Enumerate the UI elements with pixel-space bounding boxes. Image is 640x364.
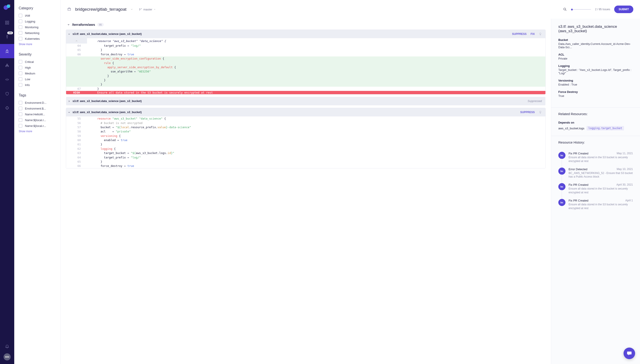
history-item[interactable]: bcError DetectedMay 10, 2021BC_AWS_NETWO… [558, 165, 633, 181]
issue-title: s3.tf: aws_s3_bucket.data_science (aws_s… [73, 111, 518, 114]
checkbox[interactable] [19, 66, 22, 69]
checkbox[interactable] [19, 31, 22, 35]
issue-header[interactable]: s3.tf: aws_s3_bucket.data_science (aws_s… [66, 108, 545, 116]
nav-integrations[interactable] [0, 101, 14, 115]
code-line: } [66, 74, 545, 78]
severity-badge: HIGH [66, 91, 87, 94]
history-date: May 11, 2021 [617, 152, 633, 155]
checkbox[interactable] [19, 20, 22, 23]
code-line: 64 target_prefix = "log/" [66, 44, 545, 48]
filter-item[interactable]: Environment:$... [19, 107, 56, 110]
nav-notifications[interactable] [0, 342, 14, 351]
checkbox[interactable] [19, 107, 22, 110]
checkbox[interactable] [19, 124, 22, 128]
user-avatar[interactable]: MM [4, 353, 11, 360]
checkbox[interactable] [19, 37, 22, 40]
history-icon: bc [558, 199, 565, 206]
filter-item[interactable]: IAM [19, 14, 56, 17]
show-more-tags[interactable]: Show more [19, 130, 56, 133]
chat-button[interactable] [623, 348, 635, 359]
issue-header[interactable]: s3.tf: aws_s3_bucket.data_science (aws_s… [66, 97, 545, 105]
filter-item[interactable]: Name:HelloW... [19, 112, 56, 116]
filter-item[interactable]: Info [19, 83, 56, 87]
history-date: May 10, 2021 [617, 168, 633, 171]
code-line: 55resource "aws_s3_bucket" "data_science… [66, 116, 545, 121]
show-more-category[interactable]: Show more [19, 43, 56, 46]
lightbulb-icon[interactable] [539, 32, 542, 36]
repo-dropdown[interactable] [130, 8, 133, 11]
filter-item[interactable]: Low [19, 77, 56, 81]
svg-rect-8 [6, 66, 7, 67]
meta-label: Bucket [558, 38, 633, 42]
history-item[interactable]: bcFix PR CreatedApril 1Ensure all data s… [558, 197, 633, 212]
nav-projects[interactable] [0, 44, 14, 58]
svg-rect-5 [6, 23, 7, 24]
meta-value: Private [558, 57, 633, 60]
fix-button[interactable]: FIX [531, 32, 535, 36]
suppress-button[interactable]: SUPPRESS [520, 111, 535, 114]
checkbox[interactable] [19, 72, 22, 75]
checkbox[interactable] [19, 60, 22, 64]
search-icon[interactable] [563, 7, 567, 11]
branch-selector[interactable]: master [139, 8, 156, 11]
filter-item[interactable]: Logging [19, 20, 56, 23]
meta-value: True [558, 94, 633, 98]
history-title: Fix PR Created [569, 183, 588, 186]
filter-item[interactable]: Name:${local.r... [19, 124, 56, 128]
details-panel: s3.tf: aws_s3_bucket.data_science (aws_s… [551, 19, 640, 364]
nav-code[interactable] [0, 72, 14, 87]
filter-item[interactable]: Monitoring [19, 25, 56, 29]
svg-point-15 [564, 8, 566, 10]
folder-header[interactable]: /terraform/aws 85 [66, 19, 546, 30]
filter-label: Medium [25, 72, 35, 75]
filter-item[interactable]: Kubernetes [19, 37, 56, 40]
meta-value: Target_bucket : "Aws_s3_bucket.Logs.Id",… [558, 68, 633, 75]
submit-button[interactable]: SUBMIT [614, 6, 633, 13]
filter-item[interactable]: Critical [19, 60, 56, 64]
meta-label: Force Destroy [558, 90, 633, 94]
logo[interactable] [3, 3, 11, 11]
filter-item[interactable]: Networking [19, 31, 56, 35]
meta-block: Force DestroyTrue [558, 90, 633, 98]
filter-label: Environment:D... [25, 101, 47, 104]
history-item[interactable]: bcFix PR CreatedMay 11, 2021Ensure all d… [558, 150, 633, 165]
filter-label: Logging [25, 20, 35, 23]
suppress-button[interactable]: SUPPRESS [512, 32, 527, 36]
checkbox[interactable] [19, 77, 22, 81]
code-line: 61 } [66, 142, 545, 146]
expand-context-button[interactable] [66, 38, 87, 44]
svg-point-13 [139, 10, 140, 10]
issues-progress[interactable] [571, 9, 591, 10]
filter-item[interactable]: Environment:D... [19, 101, 56, 104]
nav-resources[interactable] [0, 58, 14, 72]
meta-value: Data.Aws_caller_identity.Current.Account… [558, 42, 633, 49]
code-block: 55resource "aws_s3_bucket" "data_science… [66, 116, 545, 168]
issue-header[interactable]: s3.tf: aws_s3_bucket.data_science (aws_s… [66, 30, 545, 38]
code-line: 59 versioning { [66, 134, 545, 138]
filter-item[interactable]: High [19, 66, 56, 69]
checkbox[interactable] [19, 83, 22, 87]
filter-group-category: Category IAMLoggingMonitoringNetworkingK… [19, 6, 56, 46]
svg-point-7 [7, 52, 7, 52]
lightbulb-icon[interactable] [539, 111, 542, 114]
history-desc: Ensure all data stored in the S3 bucket … [569, 203, 633, 210]
nav-activity[interactable]: 205 [0, 30, 14, 44]
filter-item[interactable]: Name:${local.r... [19, 118, 56, 122]
checkbox[interactable] [19, 112, 22, 116]
nav-security[interactable] [0, 87, 14, 101]
meta-block: VersioningEnabled : True [558, 79, 633, 86]
nav-dashboard[interactable] [0, 16, 14, 30]
history-item[interactable]: bcFix PR CreatedApril 30, 2021Ensure all… [558, 181, 633, 197]
filter-title: Tags [19, 93, 56, 97]
checkbox[interactable] [19, 101, 22, 104]
code-line: 66 force_destroy = true [66, 52, 545, 56]
checkbox[interactable] [19, 25, 22, 29]
filter-item[interactable]: Medium [19, 72, 56, 75]
filter-label: Name:${local.r... [25, 124, 46, 128]
checkbox[interactable] [19, 14, 22, 17]
depends-attribute-chip[interactable]: logging.target_bucket [587, 126, 624, 130]
checkbox[interactable] [19, 118, 22, 122]
depends-resource[interactable]: aws_s3_bucket.logs [558, 127, 584, 130]
nav-activity-badge: 205 [7, 32, 13, 34]
chevron-right-icon [68, 100, 70, 102]
